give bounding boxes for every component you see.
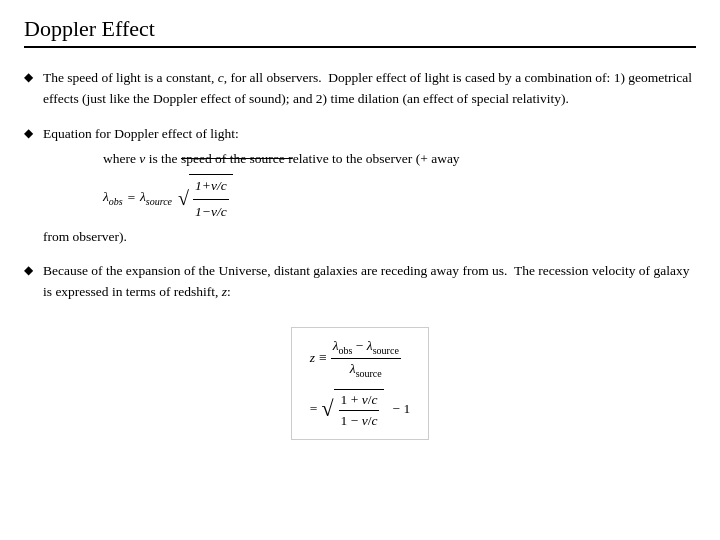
italic-c: c [218, 70, 224, 85]
doppler-formula: λobs = λsource √ 1+v/c 1−v/c [103, 174, 233, 223]
page-title: Doppler Effect [24, 16, 696, 42]
bullet2-line1: Equation for Doppler effect of light: [43, 124, 696, 145]
z-frac: λobs − λsource λsource [331, 338, 401, 378]
z-formula-box: z ≡ λobs − λsource λsource = [291, 327, 429, 439]
z-minus1: − 1 [392, 401, 410, 417]
bullet-item-1: ◆ The speed of light is a constant, c, f… [24, 68, 696, 110]
bullet2-equation-row: where v is the speed of the source relat… [103, 149, 696, 170]
eq-where: where v is the speed of the source relat… [103, 149, 460, 170]
z-formula-row1: z ≡ λobs − λsource λsource [310, 338, 410, 378]
frac-numerator: 1+v/c [193, 176, 229, 200]
bullet-text-1: The speed of light is a constant, c, for… [43, 68, 696, 110]
italic-z: z [222, 284, 227, 299]
bullet2-eq-formula-row: λobs = λsource √ 1+v/c 1−v/c [43, 174, 696, 223]
z-eq2-equals: = [310, 401, 318, 417]
lambda-source: λsource [140, 187, 172, 209]
centered-z-formula: z ≡ λobs − λsource λsource = [24, 317, 696, 449]
bullet-text-3: Because of the expansion of the Universe… [43, 261, 696, 303]
z-var: z [310, 350, 315, 366]
z-frac-den: λsource [348, 359, 384, 379]
z-sqrt-frac: √ 1 + v/c 1 − v/c [321, 389, 384, 429]
title-section: Doppler Effect [24, 16, 696, 48]
bullet-diamond-2: ◆ [24, 126, 33, 141]
bullet-item-3: ◆ Because of the expansion of the Univer… [24, 261, 696, 303]
bullet-item-2: ◆ Equation for Doppler effect of light: … [24, 124, 696, 248]
lambda-obs: λobs [103, 187, 123, 209]
z-frac-num: λobs − λsource [331, 338, 401, 359]
sqrt-big-content: 1 + v/c 1 − v/c [334, 389, 385, 429]
content-area: ◆ The speed of light is a constant, c, f… [24, 60, 696, 450]
sqrt-content: 1+v/c 1−v/c [189, 174, 233, 223]
z-inner-num: 1 + v/c [339, 392, 380, 411]
page: Doppler Effect ◆ The speed of light is a… [0, 0, 720, 540]
z-inner-den: 1 − v/c [339, 411, 380, 429]
bullet2-line3: from observer). [43, 227, 696, 248]
frac-denominator: 1−v/c [193, 200, 229, 223]
z-formula-row2: = √ 1 + v/c 1 − v/c − 1 [310, 389, 410, 429]
z-equiv: ≡ [319, 350, 327, 366]
eq-equals: = [127, 188, 136, 209]
z-inner-frac: 1 + v/c 1 − v/c [339, 392, 380, 429]
bullet-diamond-3: ◆ [24, 263, 33, 278]
frac-main: 1+v/c 1−v/c [193, 176, 229, 223]
bullet-text-2: Equation for Doppler effect of light: wh… [43, 124, 696, 248]
sqrt-sign: √ [178, 188, 189, 208]
sqrt-sign-big: √ [321, 398, 333, 420]
sqrt-frac-inline: √ 1+v/c 1−v/c [178, 174, 233, 223]
bullet-diamond-1: ◆ [24, 70, 33, 85]
